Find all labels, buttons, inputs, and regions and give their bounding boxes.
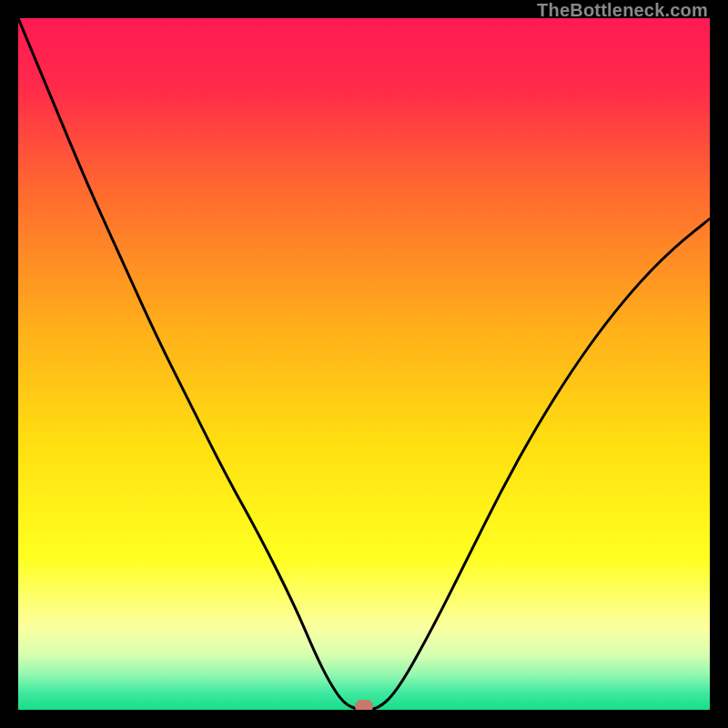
optimal-point-marker (355, 700, 373, 710)
watermark-text: TheBottleneck.com (537, 0, 708, 21)
chart-frame: TheBottleneck.com (0, 0, 728, 728)
bottleneck-curve (18, 18, 710, 710)
plot-area (18, 18, 710, 710)
